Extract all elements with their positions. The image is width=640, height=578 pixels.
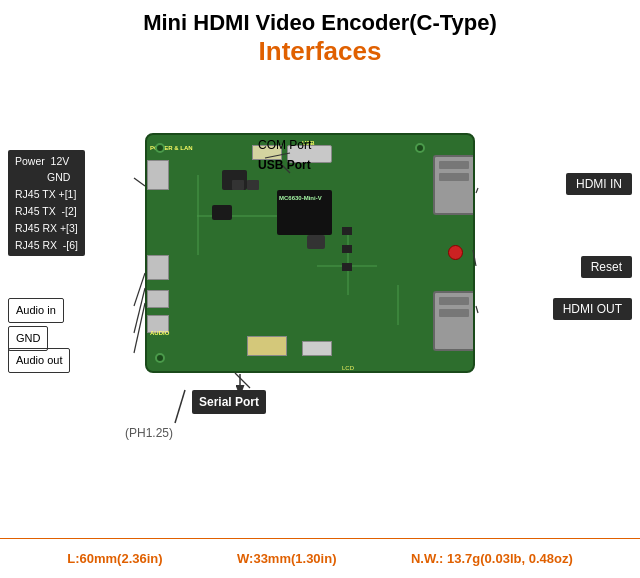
dimensions-bar: L:60mm(2.36in) W:33mm(1.30in) N.W.: 13.7… <box>0 538 640 578</box>
serial-port-label: Serial Port <box>192 390 266 414</box>
board-chip-small3 <box>307 235 325 249</box>
board-left-connector3 <box>147 290 169 308</box>
hdmi-out-label: HDMI OUT <box>553 298 632 320</box>
power-label-text: Power 12V GND RJ45 TX +[1] RJ45 TX -[2] … <box>15 155 78 251</box>
ph125-label: (PH1.25) <box>125 426 173 440</box>
diagram-area: MC6630-Mini-V POWER & LAN AUDIO USB <box>0 78 640 538</box>
chip-label: MC6630-Mini-V <box>279 195 322 201</box>
board-chip-small2 <box>212 205 232 220</box>
page-container: Mini HDMI Video Encoder(C-Type) Interfac… <box>0 0 640 578</box>
pcb-audio-label: AUDIO <box>150 330 169 336</box>
reset-label: Reset <box>581 256 632 278</box>
svg-line-10 <box>476 306 478 313</box>
pcb-lcd-label: LCD <box>342 365 354 371</box>
svg-line-3 <box>134 303 145 353</box>
usb-port-label: USB Port <box>258 158 311 172</box>
left-power-rj45-label: Power 12V GND RJ45 TX +[1] RJ45 TX -[2] … <box>8 150 85 257</box>
title-area: Mini HDMI Video Encoder(C-Type) Interfac… <box>0 0 640 73</box>
board-main-chip: MC6630-Mini-V <box>277 190 332 235</box>
board-reset-button[interactable] <box>448 245 463 260</box>
dimension-length: L:60mm(2.36in) <box>67 551 162 566</box>
audio-in-label: Audio in <box>8 298 64 324</box>
com-port-label: COM Port <box>258 138 311 152</box>
board-left-connector1 <box>147 160 169 190</box>
board-left-connector2 <box>147 255 169 280</box>
svg-line-1 <box>134 273 145 306</box>
dimension-width: W:33mm(1.30in) <box>237 551 336 566</box>
title-line1: Mini HDMI Video Encoder(C-Type) <box>20 10 620 36</box>
svg-line-7 <box>175 390 185 423</box>
board-serial-connector <box>247 336 287 356</box>
svg-line-0 <box>134 178 145 186</box>
svg-line-6 <box>235 373 250 388</box>
svg-line-2 <box>134 288 145 333</box>
hdmi-in-label: HDMI IN <box>566 173 632 195</box>
dimension-weight: N.W.: 13.7g(0.03lb, 0.48oz) <box>411 551 573 566</box>
title-line2: Interfaces <box>20 36 620 67</box>
board-hdmi-in-connector <box>433 155 473 215</box>
board-lcd-connector <box>302 341 332 356</box>
svg-line-8 <box>476 188 478 193</box>
audio-out-label: Audio out <box>8 348 70 374</box>
board-hdmi-out-connector <box>433 291 473 351</box>
